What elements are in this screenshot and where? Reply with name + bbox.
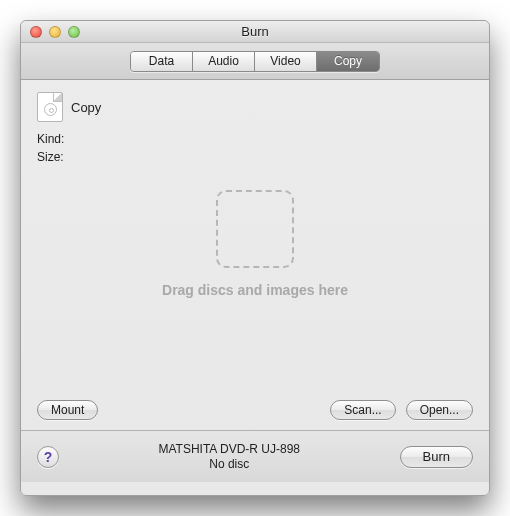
zoom-icon[interactable] (68, 26, 80, 38)
dropzone-area: Drag discs and images here (21, 190, 489, 298)
action-row: Mount Scan... Open... (21, 400, 489, 430)
device-name: MATSHITA DVD-R UJ-898 (59, 442, 400, 457)
titlebar: Burn (21, 21, 489, 43)
size-label: Size: (37, 150, 64, 164)
right-buttons: Scan... Open... (330, 400, 473, 420)
size-row: Size: (37, 148, 473, 166)
burn-button[interactable]: Burn (400, 446, 473, 468)
burn-window: Burn Data Audio Video Copy Copy Kind: Si… (20, 20, 490, 496)
open-button[interactable]: Open... (406, 400, 473, 420)
window-title: Burn (21, 24, 489, 39)
copy-title: Copy (71, 100, 101, 115)
mode-tabs: Data Audio Video Copy (130, 51, 380, 72)
toolbar: Data Audio Video Copy (21, 43, 489, 80)
minimize-icon[interactable] (49, 26, 61, 38)
help-button[interactable]: ? (37, 446, 59, 468)
copy-header: Copy (37, 92, 473, 122)
kind-row: Kind: (37, 130, 473, 148)
info-rows: Kind: Size: (37, 130, 473, 166)
dropzone[interactable] (216, 190, 294, 268)
help-icon: ? (44, 449, 53, 465)
disc-status: No disc (59, 457, 400, 472)
footer: ? MATSHITA DVD-R UJ-898 No disc Burn (21, 430, 489, 482)
mount-button[interactable]: Mount (37, 400, 98, 420)
tab-audio[interactable]: Audio (193, 52, 255, 71)
close-icon[interactable] (30, 26, 42, 38)
content-area: Copy Kind: Size: Drag discs and images h… (21, 80, 489, 400)
status-text: MATSHITA DVD-R UJ-898 No disc (59, 442, 400, 472)
tab-data[interactable]: Data (131, 52, 193, 71)
disc-image-icon (37, 92, 63, 122)
tab-video[interactable]: Video (255, 52, 317, 71)
scan-button[interactable]: Scan... (330, 400, 395, 420)
kind-label: Kind: (37, 132, 64, 146)
dropzone-hint: Drag discs and images here (21, 282, 489, 298)
traffic-lights (21, 26, 80, 38)
tab-copy[interactable]: Copy (317, 52, 379, 71)
